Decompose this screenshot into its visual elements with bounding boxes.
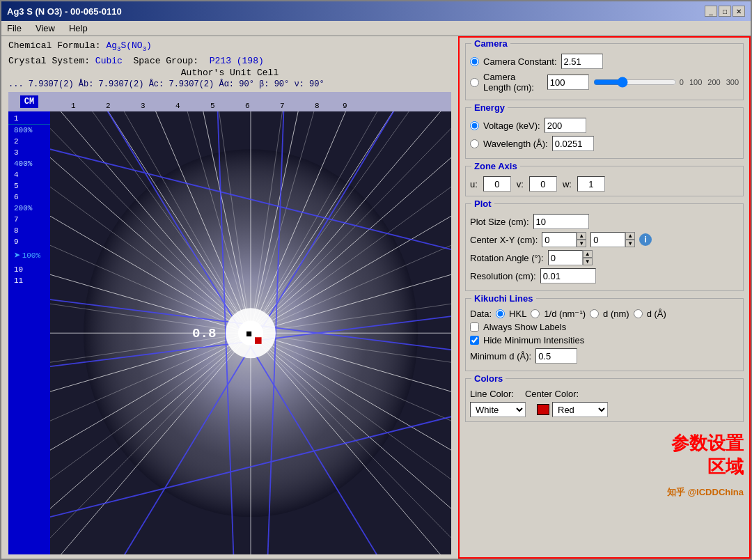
camera-length-row: Camera Length (cm): 0 100 200 300 xyxy=(470,72,739,93)
image-container: 1 800% 2 3 400% 4 5 6 xyxy=(8,111,451,554)
ruler-num-3: 3 xyxy=(141,102,146,110)
hide-min-label: Hide Minimum Intensities xyxy=(483,335,584,345)
rotation-label: Rotation Angle (°): xyxy=(470,253,544,263)
voltage-label: Voltage (keV): xyxy=(483,120,540,131)
line-color-select[interactable]: White Black Blue Red Green xyxy=(470,402,526,417)
wavelength-row: Wavelength (Å): xyxy=(470,136,739,151)
menu-view[interactable]: View xyxy=(33,22,58,35)
center-x-up[interactable]: ▲ xyxy=(577,232,586,240)
voltage-input[interactable] xyxy=(545,118,586,133)
data-options-row: Data: HKL 1/d (nm⁻¹) d (nm) d (Å) xyxy=(470,309,739,319)
rotation-input[interactable] xyxy=(548,250,583,265)
rotation-down[interactable]: ▼ xyxy=(583,258,593,265)
center-color-select[interactable]: Red Blue Green White Black xyxy=(552,402,608,417)
wavelength-input[interactable] xyxy=(552,136,594,151)
chem-formula-label: Chemical Formula: xyxy=(8,40,101,51)
min-d-input[interactable] xyxy=(535,348,577,364)
min-d-row: Minimum d (Å): xyxy=(470,348,739,364)
watermark-text: 知乎 @ICDDChina xyxy=(667,487,744,497)
center-x-buttons: ▲ ▼ xyxy=(577,232,586,247)
annotation-text: 参数设置 区域 xyxy=(671,433,744,477)
chem-formula-value: Ag3S(NO3) xyxy=(106,40,151,51)
d-nm-label: d (nm) xyxy=(603,309,629,319)
top-ruler: 1 2 3 4 5 6 7 8 9 xyxy=(50,92,451,111)
window-title: Ag3 S (N O3) - 00-065-0110 xyxy=(7,6,122,17)
maximize-button[interactable]: □ xyxy=(719,6,731,17)
slider-label-300: 300 xyxy=(726,78,739,86)
scale-num-8: 8 xyxy=(8,225,50,236)
center-color-row-inner: Red Blue Green White Black xyxy=(537,402,608,417)
center-xy-info-icon[interactable]: i xyxy=(639,233,652,246)
energy-title: Energy xyxy=(471,102,508,113)
unit-cell-title: Author's Unit Cell xyxy=(8,68,451,78)
hkl-radio[interactable] xyxy=(496,309,505,318)
center-color-picker: Center Color: xyxy=(525,389,579,399)
w-label: w: xyxy=(563,179,572,189)
crystal-system-line: Crystal System: Cubic Space Group: P213 … xyxy=(8,56,451,66)
d-nm-radio[interactable] xyxy=(590,309,599,318)
scale-num-6: 6 xyxy=(8,192,50,203)
slider-label-0: 0 xyxy=(680,78,684,86)
minimize-button[interactable]: _ xyxy=(705,6,717,17)
camera-constant-radio[interactable] xyxy=(470,57,479,66)
menu-file[interactable]: File xyxy=(4,22,24,35)
scale-num-7: 7 xyxy=(8,214,50,225)
svg-rect-62 xyxy=(255,337,262,344)
scale-400pct: 400% xyxy=(8,158,50,169)
center-xy-row: Center X-Y (cm): ▲ ▼ ▲ xyxy=(470,232,739,247)
ruler-num-9: 9 xyxy=(343,102,347,110)
colors-title: Colors xyxy=(471,373,506,384)
right-panel: Camera Camera Constant: Camera Length (c… xyxy=(458,36,751,559)
svg-text:0.8: 0.8 xyxy=(192,326,217,341)
resolution-input[interactable] xyxy=(540,268,596,283)
d-angstrom-radio[interactable] xyxy=(634,309,643,318)
d-angstrom-label: d (Å) xyxy=(647,309,666,319)
always-show-label: Always Show Labels xyxy=(483,322,566,332)
scale-num-9: 9 xyxy=(8,236,50,247)
kikuchi-title: Kikuchi Lines xyxy=(471,293,536,304)
camera-section: Camera Camera Constant: Camera Length (c… xyxy=(465,43,744,100)
u-input[interactable] xyxy=(483,176,511,192)
hide-min-row: Hide Minimum Intensities xyxy=(470,335,739,345)
scale-num-2: 2 xyxy=(8,136,50,147)
scale-num-3: 3 xyxy=(8,147,50,158)
ruler-num-5: 5 xyxy=(210,102,215,110)
data-label: Data: xyxy=(470,309,492,319)
space-group-value: P213 (198) xyxy=(210,56,264,66)
camera-constant-input[interactable] xyxy=(561,54,603,69)
menu-help[interactable]: Help xyxy=(66,22,91,35)
center-y-input[interactable] xyxy=(590,232,625,247)
camera-length-slider[interactable] xyxy=(593,77,677,88)
color-selects-row: White Black Blue Red Green Red Blue Gree xyxy=(470,402,739,417)
hide-min-checkbox[interactable] xyxy=(470,336,479,345)
plot-size-input[interactable] xyxy=(533,214,589,229)
camera-length-input[interactable] xyxy=(547,75,589,90)
plot-size-row: Plot Size (cm): xyxy=(470,214,739,229)
ruler-num-1: 1 xyxy=(71,102,76,110)
center-x-input[interactable] xyxy=(542,232,577,247)
close-button[interactable]: ✕ xyxy=(733,6,745,17)
center-y-up[interactable]: ▲ xyxy=(625,232,635,240)
camera-length-radio[interactable] xyxy=(470,78,479,87)
crystal-label: Crystal System: xyxy=(8,56,90,66)
slider-label-200: 200 xyxy=(707,78,720,86)
v-input[interactable] xyxy=(529,176,557,192)
w-input[interactable] xyxy=(577,176,605,192)
center-y-spin: ▲ ▼ xyxy=(590,232,635,247)
unit-cell-values: ... 7.9307(2) Åb: 7.9307(2) Åc: 7.9307(2… xyxy=(8,79,451,89)
resolution-label: Resolution (cm): xyxy=(470,271,536,281)
energy-section: Energy Voltage (keV): Wavelength (Å): xyxy=(465,107,744,159)
center-x-down[interactable]: ▼ xyxy=(577,240,586,247)
inv-d-nm-radio[interactable] xyxy=(531,309,540,318)
scale-800pct: 800% xyxy=(8,125,50,136)
center-xy-label: Center X-Y (cm): xyxy=(470,235,538,245)
center-y-down[interactable]: ▼ xyxy=(625,240,635,247)
wavelength-radio[interactable] xyxy=(470,139,479,148)
rotation-up[interactable]: ▲ xyxy=(583,250,593,258)
voltage-radio[interactable] xyxy=(470,121,479,130)
slider-labels: 0 100 200 300 xyxy=(680,78,739,86)
v-label: v: xyxy=(517,179,524,189)
always-show-checkbox[interactable] xyxy=(470,322,479,332)
voltage-row: Voltage (keV): xyxy=(470,118,739,133)
kikuchi-section: Kikuchi Lines Data: HKL 1/d (nm⁻¹) d (nm… xyxy=(465,298,744,371)
